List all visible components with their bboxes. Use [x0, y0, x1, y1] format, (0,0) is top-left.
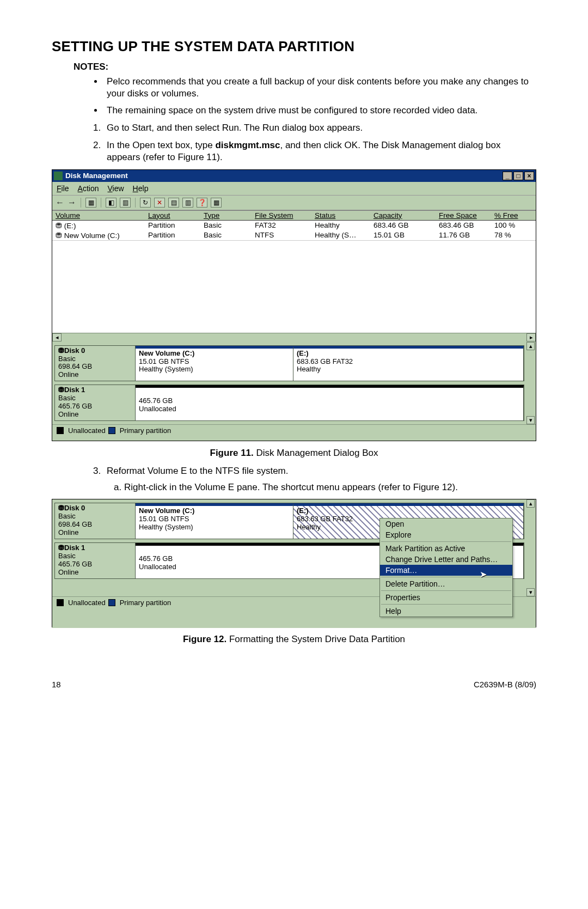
figure-12: ⛃Disk 0 Basic 698.64 GB Online New Volum…	[52, 499, 536, 627]
cell: 15.01 GB	[370, 230, 436, 240]
disk-name: Disk 0	[64, 346, 85, 355]
disk-state: Online	[58, 529, 132, 537]
col-percent-free[interactable]: % Free	[491, 211, 529, 220]
col-volume[interactable]: Volume	[52, 211, 145, 220]
refresh-icon[interactable]: ↻	[140, 198, 151, 208]
partition-c[interactable]: New Volume (C:) 15.01 GB NTFS Healthy (S…	[136, 346, 293, 381]
toolbar-icon[interactable]: ▥	[182, 198, 193, 208]
context-menu: Open Explore Mark Partition as Active Ch…	[379, 518, 513, 617]
ctx-change-letter[interactable]: Change Drive Letter and Paths…	[380, 554, 512, 565]
col-capacity[interactable]: Capacity	[370, 211, 436, 220]
legend-unallocated: Unallocated	[68, 426, 106, 435]
col-free-space[interactable]: Free Space	[436, 211, 491, 220]
help-icon[interactable]: ❓	[197, 198, 207, 208]
partition-e[interactable]: (E:) 683.63 GB FAT32 Healthy	[293, 346, 524, 381]
step-3: Reformat Volume E to the NTFS file syste…	[103, 465, 536, 493]
swatch-unallocated	[57, 427, 64, 434]
partition-c[interactable]: New Volume (C:) 15.01 GB NTFS Healthy (S…	[136, 503, 293, 539]
legend-unallocated: Unallocated	[68, 599, 106, 607]
vertical-scrollbar[interactable]: ▴ ▾	[526, 342, 536, 425]
partition-name: New Volume (C:)	[139, 507, 290, 515]
ctx-format[interactable]: Format…	[380, 565, 512, 576]
swatch-primary	[108, 427, 115, 434]
cell: 78 %	[491, 230, 529, 240]
disk-size: 698.64 GB	[58, 521, 132, 529]
notes-heading: NOTES:	[74, 62, 536, 72]
ctx-help[interactable]: Help	[380, 606, 512, 617]
minimize-button[interactable]: _	[503, 172, 512, 180]
cell: Partition	[145, 230, 200, 240]
page-footer: 18 C2639M-B (8/09)	[52, 680, 536, 689]
menu-view[interactable]: View	[108, 184, 124, 193]
figure-11-caption: Figure 11. Disk Management Dialog Box	[52, 448, 536, 459]
toolbar-icon[interactable]: ▤	[168, 198, 179, 208]
table-row[interactable]: ⛃ New Volume (C:) Partition Basic NTFS H…	[52, 230, 536, 240]
step-3a: Right-click in the Volume E pane. The sh…	[124, 481, 536, 493]
menu-file[interactable]: File	[57, 184, 69, 193]
forward-icon[interactable]: →	[68, 198, 76, 208]
window-title: Disk Management	[65, 172, 128, 180]
partition-line: Healthy (System)	[139, 523, 290, 532]
drive-icon: ⛃	[56, 222, 64, 230]
disk-size: 465.76 GB	[58, 560, 132, 569]
toolbar-icon[interactable]: ▦	[211, 198, 222, 208]
menu-action[interactable]: Action	[78, 184, 99, 193]
cell: Basic	[200, 221, 252, 230]
scroll-down-icon[interactable]: ▾	[526, 588, 535, 596]
doc-id: C2639M-B (8/09)	[474, 680, 536, 689]
toolbar-icon[interactable]: ◧	[106, 198, 117, 208]
menu-bar: File Action View Help	[52, 182, 536, 196]
delete-icon[interactable]: ✕	[154, 198, 165, 208]
menu-help[interactable]: Help	[133, 184, 149, 193]
toolbar-icon[interactable]: ▥	[120, 198, 131, 208]
disk-icon: ⛃	[58, 346, 64, 355]
disk-state: Online	[58, 569, 132, 577]
step-2-text-a: In the Open text box, type	[107, 140, 215, 150]
close-button[interactable]: ×	[524, 172, 534, 180]
cell: New Volume (C:)	[64, 231, 120, 240]
ctx-properties[interactable]: Properties	[380, 592, 512, 603]
scroll-right-icon[interactable]: ▸	[526, 333, 536, 341]
disk-name: Disk 1	[64, 386, 85, 394]
partition-line: Healthy (System)	[139, 365, 290, 374]
ctx-delete[interactable]: Delete Partition…	[380, 578, 512, 589]
partition-line: 465.76 GB	[139, 397, 520, 405]
disk-icon: ⛃	[58, 544, 64, 552]
disk-type: Basic	[58, 513, 132, 521]
disk-icon: ⛃	[58, 504, 64, 512]
scroll-left-icon[interactable]: ◂	[52, 333, 62, 341]
col-status[interactable]: Status	[311, 211, 370, 220]
disk-state: Online	[58, 411, 132, 419]
ctx-mark-active[interactable]: Mark Partition as Active	[380, 543, 512, 554]
cell: Healthy	[311, 221, 370, 230]
disk0-row: ⛃Disk 0 Basic 698.64 GB Online New Volum…	[54, 345, 524, 382]
col-filesystem[interactable]: File System	[252, 211, 311, 220]
disk-info: ⛃Disk 0 Basic 698.64 GB Online	[55, 503, 136, 539]
vertical-scrollbar[interactable]: ▴ ▾	[526, 499, 536, 596]
col-layout[interactable]: Layout	[145, 211, 200, 220]
horizontal-scrollbar[interactable]: ◂ ▸	[52, 333, 536, 342]
ctx-explore[interactable]: Explore	[380, 529, 512, 540]
cell: Basic	[200, 230, 252, 240]
partition-line: 15.01 GB NTFS	[139, 358, 290, 366]
scroll-down-icon[interactable]: ▾	[526, 416, 535, 424]
legend: Unallocated Primary partition	[52, 424, 536, 436]
partition-line: Healthy	[297, 365, 520, 374]
partition-line: 683.63 GB FAT32	[297, 358, 520, 366]
app-icon	[54, 172, 63, 180]
maximize-button[interactable]: □	[513, 172, 523, 180]
partition-unallocated[interactable]: 465.76 GB Unallocated	[136, 385, 524, 420]
ctx-open[interactable]: Open	[380, 518, 512, 529]
toolbar-icon[interactable]: ▦	[85, 198, 96, 208]
cell: NTFS	[252, 230, 311, 240]
cell: Healthy (S…	[311, 230, 370, 240]
scroll-up-icon[interactable]: ▴	[526, 342, 535, 350]
steps-list-continued: Reformat Volume E to the NTFS file syste…	[52, 465, 536, 493]
disk-size: 465.76 GB	[58, 402, 132, 411]
table-row[interactable]: ⛃ (E:) Partition Basic FAT32 Healthy 683…	[52, 221, 536, 230]
col-type[interactable]: Type	[200, 211, 252, 220]
disk-info: ⛃Disk 1 Basic 465.76 GB Online	[55, 385, 136, 420]
back-icon[interactable]: ←	[56, 198, 64, 208]
figure-11: Disk Management _ □ × File Action View H…	[52, 169, 536, 442]
scroll-up-icon[interactable]: ▴	[526, 499, 535, 508]
